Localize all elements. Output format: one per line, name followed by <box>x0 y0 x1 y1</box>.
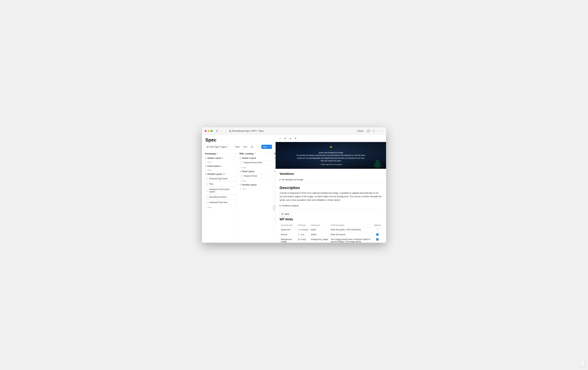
right-body: Variations ▶ No background image Descrip… <box>276 169 386 243</box>
section-add-flex-hp[interactable]: + <box>235 173 236 175</box>
section-title-header-rwl: Header Layout <box>242 157 256 159</box>
add-new-flex-hp[interactable]: + New <box>204 205 237 210</box>
minimize-button[interactable] <box>208 130 210 132</box>
card-quote[interactable]: 📄 Quote <box>273 206 275 210</box>
card-roundhouse-works[interactable]: 📄 Roundhouse Works <box>204 195 237 199</box>
section-add-header-hp[interactable]: + <box>235 157 236 159</box>
section-title-flex-hp: Flexible Layout <box>208 173 222 175</box>
section-fixed-rwl: ▼ Fixed Layout <box>239 170 271 174</box>
col-more-homepage[interactable]: ⋯ <box>230 152 233 155</box>
share-button[interactable]: Share <box>356 129 365 133</box>
doc-icon-6: 📄 <box>240 161 243 164</box>
td-bg-image-name: background_image <box>310 237 329 243</box>
card-fp-rwl[interactable]: 📄 Featured Posts <box>239 174 271 178</box>
col-add-homepage[interactable]: + <box>234 152 236 155</box>
table-row: Background Image 🖼 image background_imag… <box>280 237 382 243</box>
card-tiles[interactable]: 📄 Tiles <box>204 182 237 186</box>
card-list-layout[interactable]: 📄 List layout <box>273 179 275 183</box>
realtime-outputs-row[interactable]: ▶ Realtime Outputs <box>280 204 382 208</box>
more-button[interactable]: ⋯ <box>256 145 260 149</box>
sort-button[interactable]: Sort <box>242 145 248 149</box>
clock-icon[interactable]: 🕐 <box>372 130 375 132</box>
col-add-rwl[interactable]: + <box>268 152 270 155</box>
add-new-fixed-hp[interactable]: + New <box>204 168 237 172</box>
checkbox-2[interactable]: ✓ <box>376 233 378 236</box>
search-button[interactable]: 🔍 <box>250 145 254 149</box>
hero-quotemark: ❝ <box>296 146 366 150</box>
help-button[interactable]: ? <box>580 362 585 367</box>
card-featured-gig-events[interactable]: 📄 Featured Gig Events <box>204 176 237 181</box>
card-banner[interactable]: 📄 Banner <box>273 160 275 165</box>
page-title: Spec <box>205 137 272 143</box>
chat-icon[interactable]: 💬 <box>367 130 370 132</box>
card-downloads[interactable]: 📄 Downloads <box>273 190 275 194</box>
new-button[interactable]: New ▾ <box>261 145 272 149</box>
table-tab-label: Table <box>284 213 289 215</box>
down-icon[interactable]: ▼ <box>294 137 298 140</box>
card-featured-youth[interactable]: 📄 Featured Youth Events Layout <box>204 187 237 194</box>
expand-icon[interactable]: ⤢ <box>278 137 282 140</box>
col-title-general: General Content (Defa… <box>274 152 275 155</box>
add-new-header-gen[interactable]: + New <box>273 165 275 170</box>
section-more-flex-hp[interactable]: ⋯ <box>232 173 234 175</box>
doc-icon: 📄 <box>206 178 208 180</box>
section-collapse-header-rwl-icon[interactable]: ▼ <box>239 157 241 159</box>
post-type-selector[interactable]: ⊞ Post Type: Page ▾ <box>205 145 229 149</box>
section-title-fixed-hp: Fixed Layout <box>208 165 220 167</box>
add-new-header-hp[interactable]: + New <box>204 160 237 164</box>
hero-image: 🌲 ❝ Quote with background imageOur guest… <box>276 142 386 169</box>
card-cta-row[interactable]: 📄 CTA Row <box>273 216 275 221</box>
hero-quote-text: Quote with background imageOur guests ar… <box>296 151 366 162</box>
section-flexible-hp: ▼ Flexible Layout 23 ⋯ + <box>204 172 237 176</box>
variation-no-bg[interactable]: ▶ No background image <box>280 178 382 181</box>
section-collapse-flex-hp-icon[interactable]: ▼ <box>205 173 207 175</box>
filter-button[interactable]: Filter <box>234 145 241 149</box>
add-new-fixed-rwl[interactable]: + New <box>239 179 271 183</box>
field-type-value-3: image <box>301 238 306 240</box>
new-button-arrow[interactable]: ▾ <box>269 145 272 149</box>
card-logos[interactable]: 📄 Logos layout <box>273 195 275 200</box>
card-label-fp-hero-hp: Featured Posts Hero <box>209 201 235 204</box>
sidebar-toggle-icon[interactable]: ☰ <box>215 129 219 133</box>
section-collapse-header-general-icon[interactable]: ▼ <box>274 157 275 159</box>
add-new-flex-rwl[interactable]: + New <box>239 187 271 191</box>
close-button[interactable] <box>205 130 207 132</box>
section-collapse-flex-rwl-icon[interactable]: ▼ <box>239 184 241 186</box>
checkbox-1[interactable] <box>376 229 378 231</box>
section-collapse-flex-gen-icon[interactable]: ▼ <box>274 170 275 172</box>
card-accordion[interactable]: 📄 Accordion layout <box>273 184 275 189</box>
card-text-block[interactable]: 📄 Text Block <box>273 173 275 178</box>
section-collapse-icon[interactable]: ▼ <box>205 157 207 159</box>
more-options-icon[interactable]: ⋯ <box>381 130 383 132</box>
up-icon[interactable]: ▲ <box>288 137 292 140</box>
card-fp-hero-rwl[interactable]: 📄 Featured Posts Hero <box>239 160 271 165</box>
new-button-label[interactable]: New <box>261 145 269 149</box>
section-more-header-hp[interactable]: ⋯ <box>232 157 234 159</box>
section-count-flex-hp: 23 <box>223 173 225 175</box>
td-source-label: Source <box>280 232 296 237</box>
section-add-fixed-hp[interactable]: + <box>235 165 236 167</box>
table-tab[interactable]: ⊞ Table <box>280 212 291 216</box>
section-more-fixed-hp[interactable]: ⋯ <box>232 165 234 167</box>
back-button[interactable]: ← <box>220 129 223 133</box>
card-label-youth: Featured Youth Events Layout <box>209 188 235 193</box>
checkbox-3[interactable]: ✓ <box>376 238 378 240</box>
td-quote-text-desc: Enter the quote (~200 characters) <box>329 227 373 232</box>
card-cta-list[interactable]: 📄 CTA List <box>273 222 275 226</box>
card-featured-posts-hero-hp[interactable]: 📄 Featured Posts Hero <box>204 200 237 205</box>
image-icon: 🖼 <box>298 238 300 240</box>
forward-button[interactable]: → <box>224 129 228 133</box>
add-new-header-rwl[interactable]: + New <box>239 166 271 170</box>
layout-icon[interactable]: ⊟ <box>283 137 287 140</box>
maximize-button[interactable] <box>211 130 213 132</box>
field-type-value-1: textarea <box>301 229 308 231</box>
card-people[interactable]: 📄 People <box>273 200 275 205</box>
card-cta[interactable]: 📄 CTA <box>273 211 275 216</box>
section-collapse-fixed-rwl-icon[interactable]: ▼ <box>239 171 241 172</box>
star-icon[interactable]: ☆ <box>377 130 379 132</box>
col-more-rwl[interactable]: ⋯ <box>264 152 268 155</box>
doc-icon-10: 📄 <box>275 180 275 182</box>
description-text: A quote is displayed in front of an opti… <box>280 191 382 202</box>
section-collapse-fixed-hp-icon[interactable]: ▼ <box>205 165 207 167</box>
grid-icon: ⊞ <box>207 146 209 148</box>
